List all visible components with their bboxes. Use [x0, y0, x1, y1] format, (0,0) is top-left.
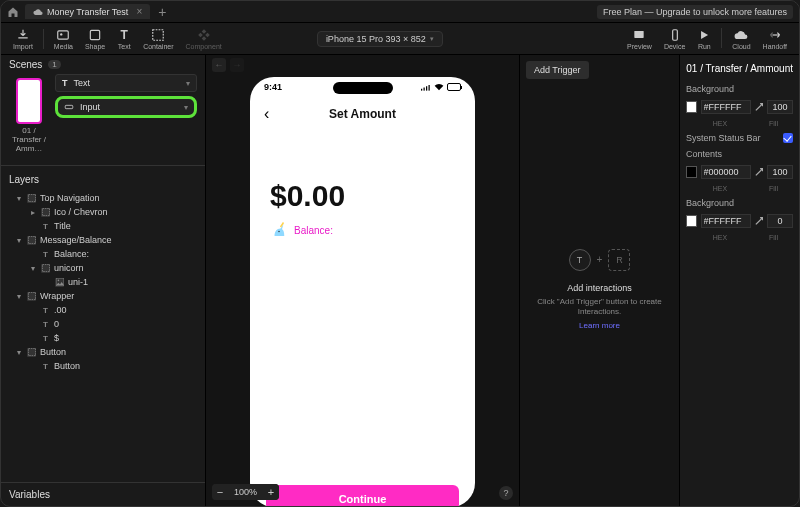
status-icons — [421, 83, 461, 91]
bg2-fill-input[interactable] — [767, 214, 793, 228]
layer-row[interactable]: ▾Wrapper — [1, 289, 205, 303]
insert-input-dropdown[interactable]: Input ▾ — [55, 96, 197, 118]
free-plan-banner[interactable]: Free Plan — Upgrade to unlock more featu… — [597, 5, 793, 19]
svg-point-1 — [60, 33, 62, 35]
layer-row[interactable]: ▾unicorn — [1, 261, 205, 275]
layer-row[interactable]: ▾Top Navigation — [1, 191, 205, 205]
media-button[interactable]: Media — [48, 28, 79, 50]
wifi-icon — [434, 83, 444, 91]
tab-title: Money Transfer Test — [47, 7, 128, 17]
layer-label: .00 — [54, 305, 67, 315]
scenes-label: Scenes — [9, 59, 42, 70]
layer-label: 0 — [54, 319, 59, 329]
variables-section[interactable]: Variables — [1, 482, 205, 506]
layer-row[interactable]: TButton — [1, 359, 205, 373]
handoff-button[interactable]: Handoff — [757, 28, 793, 50]
home-icon[interactable] — [7, 6, 25, 18]
import-button[interactable]: Import — [7, 28, 39, 50]
layer-type-icon: T — [41, 222, 50, 231]
phone-frame[interactable]: 9:41 ‹ Set Amount $0.00 — [250, 77, 475, 506]
layer-label: $ — [54, 333, 59, 343]
link-diagonal-icon[interactable] — [755, 102, 764, 112]
layer-row[interactable]: TBalance: — [1, 247, 205, 261]
layer-label: Button — [54, 361, 80, 371]
status-bar-toggle[interactable] — [783, 133, 793, 143]
layer-type-icon — [27, 292, 36, 301]
learn-more-link[interactable]: Learn more — [579, 321, 620, 330]
expand-arrow-icon[interactable]: ▾ — [29, 264, 37, 273]
close-tab-icon[interactable]: × — [136, 6, 142, 17]
zoom-out-button[interactable]: − — [212, 484, 228, 500]
page-title: Set Amount — [329, 107, 396, 121]
expand-arrow-icon[interactable]: ▾ — [15, 194, 23, 203]
insert-text-dropdown[interactable]: T Text ▾ — [55, 74, 197, 92]
zoom-value: 100% — [228, 487, 263, 497]
layer-row[interactable]: TTitle — [1, 219, 205, 233]
scene-thumbnail[interactable] — [16, 78, 42, 124]
layer-type-icon — [27, 236, 36, 245]
chevron-down-icon: ▾ — [430, 35, 434, 43]
container-button[interactable]: Container — [137, 28, 179, 50]
back-chevron-icon[interactable]: ‹ — [264, 105, 269, 123]
layer-row[interactable]: T.00 — [1, 303, 205, 317]
expand-arrow-icon[interactable]: ▾ — [15, 236, 23, 245]
preview-button[interactable]: Preview — [621, 28, 658, 50]
svg-rect-15 — [421, 88, 422, 90]
svg-rect-14 — [28, 348, 35, 355]
svg-rect-6 — [65, 105, 73, 108]
zoom-control[interactable]: − 100% + — [212, 484, 279, 500]
status-bar-label: System Status Bar — [686, 133, 761, 143]
svg-rect-9 — [28, 236, 35, 243]
contents-hex-input[interactable] — [701, 165, 751, 179]
layer-label: Balance: — [54, 249, 89, 259]
layer-row[interactable]: ▾Button — [1, 345, 205, 359]
device-selector[interactable]: iPhone 15 Pro 393 × 852 ▾ — [317, 31, 443, 47]
background2-label: Background — [686, 198, 793, 208]
layer-row[interactable]: T$ — [1, 331, 205, 345]
layer-label: unicorn — [54, 263, 84, 273]
bg2-hex-input[interactable] — [701, 214, 751, 228]
device-preview-button[interactable]: Device — [658, 28, 691, 50]
new-tab-button[interactable]: + — [158, 4, 166, 20]
cloud-button[interactable]: Cloud — [726, 28, 756, 50]
expand-arrow-icon[interactable]: ▸ — [29, 208, 37, 217]
svg-rect-17 — [426, 86, 427, 90]
expand-arrow-icon[interactable]: ▾ — [15, 348, 23, 357]
run-button[interactable]: Run — [691, 28, 717, 50]
contents-color-swatch[interactable] — [686, 166, 697, 178]
text-button[interactable]: T Text — [111, 28, 137, 50]
bg2-color-swatch[interactable] — [686, 215, 697, 227]
add-trigger-button[interactable]: Add Trigger — [526, 61, 589, 79]
shape-button[interactable]: Shape — [79, 28, 111, 50]
help-button[interactable]: ? — [499, 486, 513, 500]
svg-rect-10 — [42, 264, 49, 271]
svg-rect-4 — [635, 30, 644, 37]
bg-hex-input[interactable] — [701, 100, 751, 114]
amount-display: $0.00 — [250, 131, 475, 221]
expand-arrow-icon[interactable]: ▾ — [15, 292, 23, 301]
link-diagonal-icon[interactable] — [755, 216, 764, 226]
layer-row[interactable]: uni-1 — [1, 275, 205, 289]
continue-button[interactable]: Continue — [266, 485, 459, 506]
layer-type-icon — [27, 348, 36, 357]
svg-point-19 — [278, 231, 280, 233]
bg-color-swatch[interactable] — [686, 101, 697, 113]
layer-row[interactable]: ▾Message/Balance — [1, 233, 205, 247]
layer-type-icon: T — [41, 362, 50, 371]
unicorn-icon — [270, 221, 288, 239]
background-label: Background — [686, 84, 793, 94]
chevron-down-icon: ▾ — [184, 103, 188, 112]
nav-forward-button[interactable]: → — [230, 58, 244, 72]
bg-fill-input[interactable] — [767, 100, 793, 114]
layer-row[interactable]: ▸Ico / Chevron — [1, 205, 205, 219]
scene-label: 01 / Transfer / Amm… — [9, 126, 49, 153]
layer-row[interactable]: T0 — [1, 317, 205, 331]
link-diagonal-icon[interactable] — [755, 167, 764, 177]
nav-back-button[interactable]: ← — [212, 58, 226, 72]
layer-type-icon: T — [41, 250, 50, 259]
svg-rect-2 — [90, 30, 99, 39]
contents-fill-input[interactable] — [767, 165, 793, 179]
trigger-response-diagram: T + R — [569, 249, 631, 271]
document-tab[interactable]: Money Transfer Test × — [25, 4, 150, 19]
zoom-in-button[interactable]: + — [263, 484, 279, 500]
